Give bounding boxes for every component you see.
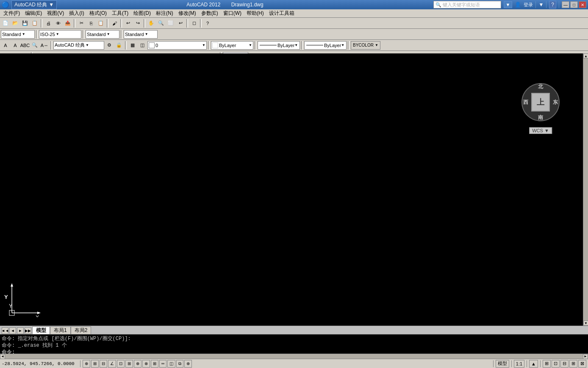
textfit-btn[interactable]: A↔: [40, 41, 49, 50]
otrack-mode-btn[interactable]: ⊕: [134, 360, 141, 368]
tab-nav-last[interactable]: ▶▶: [25, 327, 31, 334]
polar-mode-btn[interactable]: ∠: [108, 360, 116, 368]
menu-param[interactable]: 参数(E): [199, 9, 221, 18]
menu-help[interactable]: 帮助(H): [244, 9, 266, 18]
menu-edit[interactable]: 编辑(E): [22, 9, 44, 18]
tab-model[interactable]: 模型: [32, 326, 50, 334]
wcs-badge[interactable]: WCS ▼: [529, 127, 552, 134]
scale-btn[interactable]: 1:1: [514, 360, 524, 368]
find-btn[interactable]: 🔍: [30, 41, 39, 50]
search-btn[interactable]: ▼: [504, 1, 513, 8]
minimize-btn[interactable]: —: [562, 1, 569, 8]
scroll-left-btn[interactable]: ◄: [0, 354, 5, 359]
plotstyle-dropdown[interactable]: BYCOLOR ▼: [351, 41, 380, 50]
layer-combo[interactable]: 0 ▼: [147, 41, 207, 50]
redo-btn[interactable]: ↪: [133, 19, 142, 28]
dimstyle-dropdown[interactable]: ISO-25 ▼: [39, 30, 81, 39]
zoom-prev-btn[interactable]: ↩: [176, 19, 185, 28]
new-btn[interactable]: 📄: [1, 19, 10, 28]
multileader-dropdown[interactable]: Standard ▼: [124, 30, 158, 39]
viewport-btn3[interactable]: ⊟: [560, 360, 569, 368]
ducs-mode-btn[interactable]: ⊗: [142, 360, 150, 368]
text-style-btn[interactable]: A: [1, 41, 10, 50]
saveas-btn[interactable]: 📋: [30, 19, 39, 28]
ws-settings-btn[interactable]: ⚙: [105, 41, 114, 50]
drawing-canvas[interactable]: 北 南 西 东 上 WCS ▼ Y Y X: [0, 53, 583, 326]
menu-format[interactable]: 格式(O): [87, 9, 109, 18]
preview-btn[interactable]: 👁: [53, 19, 63, 28]
viewport-btn5[interactable]: ⊠: [578, 360, 586, 368]
undo-btn[interactable]: ↩: [123, 19, 133, 28]
settings-icon[interactable]: ▼: [538, 2, 544, 8]
login-label[interactable]: 登录: [524, 2, 533, 8]
paste-btn[interactable]: 📋: [96, 19, 105, 28]
maximize-btn[interactable]: □: [570, 1, 578, 8]
navcube-btn[interactable]: ◻: [189, 19, 199, 28]
annotation-btn[interactable]: ▲: [529, 360, 538, 368]
ortho-mode-btn[interactable]: ⊟: [100, 360, 107, 368]
tab-nav-prev[interactable]: ◄: [9, 327, 16, 334]
open-btn[interactable]: 📂: [11, 19, 20, 28]
snap-mode-btn[interactable]: ⊕: [83, 360, 90, 368]
menu-file[interactable]: 文件(F): [1, 9, 22, 18]
coordinates-display[interactable]: -28.5924, 945.7266, 0.0000: [2, 361, 78, 366]
quickprop-mode-btn[interactable]: ⧉: [176, 360, 183, 368]
viewport-btn4[interactable]: ⊞: [569, 360, 577, 368]
viewport-btn1[interactable]: ⊞: [543, 360, 551, 368]
search-placeholder: 键入关键字或短语: [443, 2, 480, 8]
ws-lock-btn[interactable]: 🔒: [114, 41, 124, 50]
mtext-btn[interactable]: A: [11, 41, 20, 50]
close-btn[interactable]: ✕: [579, 1, 586, 8]
zoom-btn[interactable]: 🔍: [156, 19, 166, 28]
scroll-track-right[interactable]: [583, 59, 588, 321]
workspace-combo[interactable]: AutoCAD 经典 ▼: [53, 41, 104, 50]
search-box[interactable]: 🔍 键入关键字或短语: [433, 1, 501, 8]
menu-toolbox[interactable]: 设计工具箱: [266, 9, 297, 18]
toolbar-row-1: 📄 📂 💾 📋 🖨 👁 📤 ✂ ⎘ 📋 🖌 ↩ ↪ ✋ 🔍 ⬜ ↩ ◻ ?: [0, 18, 588, 29]
publish-btn[interactable]: 📤: [63, 19, 72, 28]
cut-btn[interactable]: ✂: [77, 19, 86, 28]
scroll-up-btn[interactable]: ▲: [583, 53, 588, 59]
scroll-right-btn[interactable]: ►: [583, 354, 588, 359]
tab-layout2[interactable]: 布局2: [71, 326, 92, 334]
menu-dimension[interactable]: 标注(N): [153, 9, 176, 18]
linewidth-mode-btn[interactable]: ═: [159, 360, 166, 368]
spell-btn[interactable]: ABC: [20, 41, 30, 50]
menu-window[interactable]: 窗口(W): [221, 9, 244, 18]
help-btn[interactable]: ?: [549, 1, 556, 8]
model-space-btn[interactable]: 模型: [496, 360, 509, 368]
transp-mode-btn[interactable]: ◫: [167, 360, 175, 368]
zoom-window-btn[interactable]: ⬜: [166, 19, 175, 28]
menu-insert[interactable]: 插入(I): [67, 9, 86, 18]
copy-btn[interactable]: ⎘: [86, 19, 96, 28]
layer-props-btn[interactable]: ▦: [128, 41, 137, 50]
lineweight-dropdown[interactable]: ByLayer ▼: [304, 41, 347, 50]
viewport-btn2[interactable]: ⊡: [552, 360, 560, 368]
dynin-mode-btn[interactable]: ⊞: [151, 360, 158, 368]
osnap-mode-btn[interactable]: ⊡: [117, 360, 125, 368]
save-btn[interactable]: 💾: [20, 19, 30, 28]
linetype-dropdown[interactable]: ByLayer ▼: [258, 41, 300, 50]
help2-btn[interactable]: ?: [203, 19, 212, 28]
color-dropdown[interactable]: ByLayer ▼: [211, 41, 253, 50]
menu-modify[interactable]: 修改(M): [176, 9, 199, 18]
menu-view[interactable]: 视图(V): [44, 9, 67, 18]
pan-btn[interactable]: ✋: [147, 19, 156, 28]
menu-draw[interactable]: 绘图(D): [131, 9, 153, 18]
selcycle-mode-btn[interactable]: ⊕: [184, 360, 192, 368]
print-btn[interactable]: 🖨: [44, 19, 53, 28]
tablestyle-dropdown[interactable]: Standard ▼: [86, 30, 119, 39]
layer-state-btn[interactable]: ◫: [138, 41, 147, 50]
menu-tools[interactable]: 工具(T): [109, 9, 131, 18]
grid-mode-btn[interactable]: ⊞: [91, 360, 99, 368]
textstyle-dropdown[interactable]: Standard ▼: [1, 30, 35, 39]
cube-top-face[interactable]: 上: [531, 93, 550, 112]
3dosnap-mode-btn[interactable]: ⊞: [125, 360, 133, 368]
matchprop-btn[interactable]: 🖌: [110, 19, 119, 28]
scroll-down-btn[interactable]: ▼: [583, 321, 588, 326]
tab-nav-first[interactable]: ◄◄: [2, 327, 8, 334]
scroll-track-h[interactable]: [5, 354, 583, 359]
tab-nav-next[interactable]: ►: [17, 327, 24, 334]
tab-layout1[interactable]: 布局1: [50, 326, 71, 334]
workspace-dropdown[interactable]: AutoCAD 经典 ▼: [11, 0, 57, 9]
